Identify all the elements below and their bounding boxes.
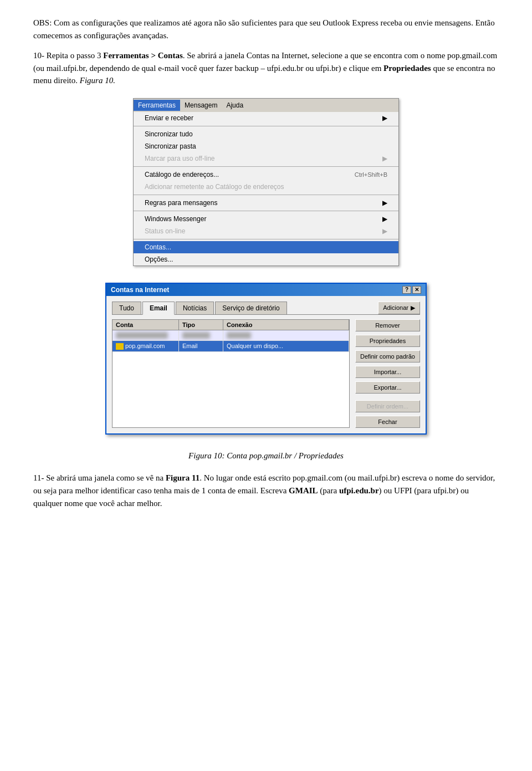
adicionar-arrow: ▶: [411, 304, 415, 312]
help-button[interactable]: ?: [402, 286, 411, 294]
menu-sep-1: [134, 126, 398, 126]
menu-bar: Ferramentas Mensagem Ajuda: [134, 99, 398, 112]
close-button[interactable]: ✕: [412, 286, 421, 294]
menu-bar-mensagem[interactable]: Mensagem: [180, 100, 222, 111]
cell-tipo-gmail: Email: [179, 341, 223, 351]
fechar-button[interactable]: Fechar: [355, 416, 420, 428]
dialog-titlebar: Contas na Internet ? ✕: [106, 284, 426, 296]
col-conta: Conta: [112, 320, 179, 330]
step11-paragraph: 11- Se abrirá uma janela como se vê na F…: [33, 472, 499, 510]
adicionar-button[interactable]: Adicionar ▶: [378, 302, 420, 314]
menu-item-contas[interactable]: Contas...: [134, 241, 398, 253]
exportar-button[interactable]: Exportar...: [355, 381, 420, 394]
tabs-row: Tudo Email Notícias Serviço de diretório…: [112, 302, 420, 315]
titlebar-buttons: ? ✕: [402, 286, 421, 294]
importar-button[interactable]: Importar...: [355, 366, 420, 378]
dialog-buttons-column: Remover Propriedades Definir como padrão…: [355, 319, 420, 428]
accounts-table: Conta Tipo Conexão xxxxxxxxxxxxxxxxx xxx…: [112, 319, 350, 428]
menu-item-catalogo[interactable]: Catálogo de endereços... Ctrl+Shift+B: [134, 169, 398, 181]
step11-text1: 11- Se abrirá uma janela como se vê na: [33, 473, 166, 482]
remover-button[interactable]: Remover: [355, 319, 420, 331]
menu-sep-5: [134, 239, 398, 239]
menu-item-marcar: Marcar para uso off-line ▶: [134, 152, 398, 165]
menu-item-sincronizar-tudo[interactable]: Sincronizar tudo: [134, 128, 398, 140]
step11-bold-fig: Figura 11: [166, 473, 200, 482]
cell-conta-gmail: pop.gmail.com: [112, 341, 179, 351]
tab-spacer: [288, 302, 377, 314]
table-row-blurred[interactable]: xxxxxxxxxxxxxxxxx xxxxxxxxx xxxxxxxx: [112, 330, 349, 341]
table-header: Conta Tipo Conexão: [112, 320, 349, 330]
obs-paragraph: OBS: Com as configurações que realizamos…: [33, 17, 499, 42]
contas-dialog: Contas na Internet ? ✕ Tudo Email Notíci…: [105, 283, 427, 435]
figure-caption: Figura 10: Conta pop.gmail.br / Propried…: [33, 451, 499, 461]
menu-item-status-online: Status on-line ▶: [134, 225, 398, 237]
cell-conn-gmail: Qualquer um dispo...: [223, 341, 349, 351]
menu-bar-ferramentas[interactable]: Ferramentas: [134, 100, 180, 111]
col-conexao: Conexão: [223, 320, 349, 330]
menu-screenshot: Ferramentas Mensagem Ajuda Enviar e rece…: [33, 98, 499, 266]
step11-text3: (para: [318, 486, 339, 495]
step10-bold-prop: Propriedades: [383, 64, 431, 73]
step10-paragraph: 10- Repita o passo 3 Ferramentas > Conta…: [33, 49, 499, 87]
menu-sep-3: [134, 195, 398, 195]
dialog-title: Contas na Internet: [111, 286, 169, 294]
menu-item-regras[interactable]: Regras para mensagens ▶: [134, 197, 398, 209]
dialog-inner: Conta Tipo Conexão xxxxxxxxxxxxxxxxx xxx…: [112, 319, 420, 428]
step10-text-before: 10- Repita o passo 3: [33, 51, 103, 60]
col-tipo: Tipo: [179, 320, 223, 330]
menu-sep-4: [134, 211, 398, 211]
menu-item-adicionar-remetente: Adicionar remetente ao Catálogo de ender…: [134, 181, 398, 193]
step10-italic-fig: Figura 10.: [80, 76, 115, 85]
menu-bar-ajuda[interactable]: Ajuda: [222, 100, 248, 111]
menu-sep-2: [134, 166, 398, 167]
tab-email[interactable]: Email: [142, 302, 175, 315]
tab-tudo[interactable]: Tudo: [112, 302, 141, 314]
definir-padrao-button[interactable]: Definir como padrão: [355, 350, 420, 362]
account-icon: [116, 343, 124, 350]
menu-items: Enviar e receber ▶ Sincronizar tudo Sinc…: [134, 112, 398, 265]
step11-bold-ufpi: ufpi.edu.br: [339, 486, 379, 495]
menu-item-sincronizar-pasta[interactable]: Sincronizar pasta: [134, 140, 398, 152]
tab-servico[interactable]: Serviço de diretório: [215, 302, 287, 314]
cell-conn-blurred: xxxxxxxx: [223, 330, 349, 340]
dialog-screenshot: Contas na Internet ? ✕ Tudo Email Notíci…: [33, 277, 499, 440]
menu-item-enviar[interactable]: Enviar e receber ▶: [134, 112, 398, 124]
propriedades-button[interactable]: Propriedades: [355, 335, 420, 347]
menu-item-opcoes[interactable]: Opções...: [134, 253, 398, 265]
adicionar-label: Adicionar: [383, 304, 408, 311]
definir-ordem-button: Definir ordem...: [355, 400, 420, 412]
cell-tipo-blurred: xxxxxxxxx: [179, 330, 223, 340]
cell-conta-blurred: xxxxxxxxxxxxxxxxx: [112, 330, 179, 340]
tab-noticias[interactable]: Notícias: [176, 302, 214, 314]
dialog-content: Tudo Email Notícias Serviço de diretório…: [106, 296, 426, 433]
menu-window: Ferramentas Mensagem Ajuda Enviar e rece…: [133, 98, 399, 266]
step11-bold-gmail: GMAIL: [289, 486, 318, 495]
step10-bold: Ferramentas > Contas: [103, 51, 183, 60]
table-row-gmail[interactable]: pop.gmail.com Email Qualquer um dispo...: [112, 341, 349, 352]
menu-item-windows-messenger[interactable]: Windows Messenger ▶: [134, 213, 398, 225]
